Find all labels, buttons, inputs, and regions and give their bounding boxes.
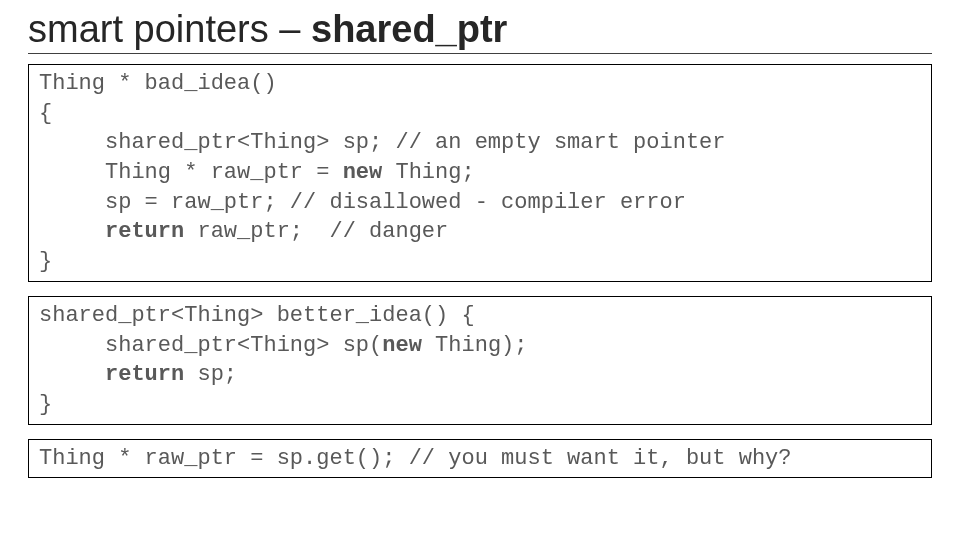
code-2: shared_ptr<Thing> better_idea() { shared… (39, 301, 921, 420)
title-bold: shared_ptr (311, 8, 507, 50)
code-block-1: Thing * bad_idea() { shared_ptr<Thing> s… (28, 64, 932, 282)
code-3: Thing * raw_ptr = sp.get(); // you must … (39, 444, 921, 474)
code-block-2: shared_ptr<Thing> better_idea() { shared… (28, 296, 932, 425)
title-plain: smart pointers – (28, 8, 311, 50)
slide-title: smart pointers – shared_ptr (28, 8, 932, 54)
code-block-3: Thing * raw_ptr = sp.get(); // you must … (28, 439, 932, 479)
code-1: Thing * bad_idea() { shared_ptr<Thing> s… (39, 69, 921, 277)
slide: smart pointers – shared_ptr Thing * bad_… (0, 0, 960, 478)
